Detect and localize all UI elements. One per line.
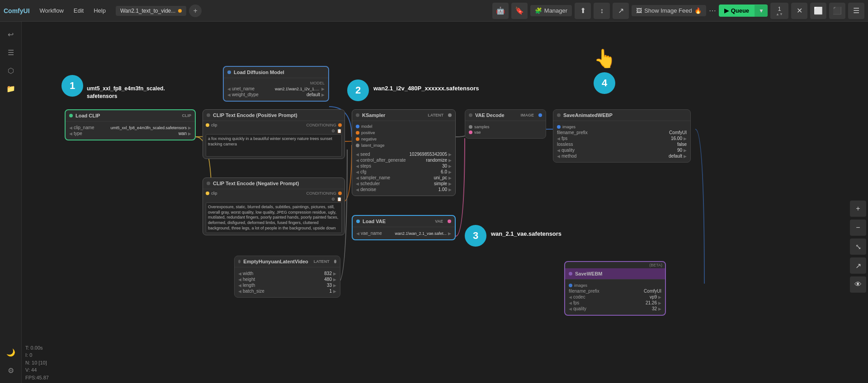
sched-arrow-r[interactable]: ▶ [448,182,452,186]
manager-button[interactable]: 🧩 Manager [530,5,572,16]
steps-arrow-r[interactable]: ▶ [448,164,452,168]
annotation-3: 3 [465,225,486,247]
tab-modified-dot [178,9,182,13]
node-load-diffusion: Load Diffusion Model MODEL ◀ unet_name w… [223,66,329,102]
download-icon-btn[interactable]: ↕ [594,3,610,19]
method-value: default [669,154,682,159]
conditioning-port-positive [338,123,342,127]
queue-count[interactable]: 1 ▲▼ [770,3,788,19]
clip-name-label: clip_name [74,125,109,130]
menu-workflow[interactable]: Workflow [36,5,67,16]
vae-name-row: ◀ vae_name wan2.1\wan_2.1_vae.safet... ▶ [356,231,451,236]
node-title-save-webm: SaveWEBM [575,271,603,276]
sched-arrow-l[interactable]: ◀ [356,182,359,186]
queue-run[interactable]: ▶ Queue [719,5,755,17]
negative-prompt-text[interactable]: Overexposure, static, blurred details, s… [206,202,342,233]
clipname-arrow-left[interactable]: ◀ [69,126,72,130]
annotation-2: 2 [347,79,369,101]
clip-name-value: umt5_xxl_fp8_e4m3fn_scaled.safetensors [110,126,187,130]
clipname-arrow-right[interactable]: ▶ [188,126,191,130]
cfg-arrow-r[interactable]: ▶ [448,170,452,174]
sidebar-history-icon[interactable]: ↩ [3,26,19,42]
show-image-feed-button[interactable]: 🖼 Show Image Feed 🔥 [632,5,706,16]
negative-port-ksamp [356,137,359,141]
sampler-row: ◀ sampler_name uni_pc ▶ [356,175,452,180]
seed-arrow-r[interactable]: ▶ [448,152,452,157]
cag-arrow-l[interactable]: ◀ [356,158,359,163]
weight-arrow-right[interactable]: ▶ [321,93,325,97]
manager-icon: 🧩 [535,7,542,14]
annotation-1-label: umt5_xxl_fp8_e4m3fn_scaled.safetensors [87,85,165,100]
canvas-send-btn[interactable]: ↗ [850,257,866,274]
menu-btn[interactable]: ☰ [848,3,864,19]
webm-codec-row: ◀ codec vp9 ▶ [569,294,661,299]
cag-value: randomize [426,158,447,163]
canvas-fit-btn[interactable]: ⤡ [850,238,866,255]
share-icon-btn[interactable]: ↗ [613,3,629,19]
sampler-value: uni_pc [434,175,447,180]
cliptype-arrow-left[interactable]: ◀ [69,131,72,136]
webm-fps-value: 21.26 [646,300,657,305]
cag-arrow-r[interactable]: ▶ [448,158,452,163]
unet-arrow-left[interactable]: ◀ [227,87,231,91]
node-save-webm-beta: (BETA) SaveWEBM images filename_prefix C… [564,261,666,316]
model-icon-btn[interactable]: 🤖 [492,3,509,19]
sampler-arrow-r[interactable]: ▶ [448,176,452,180]
unet-arrow-right[interactable]: ▶ [321,87,325,91]
cfg-arrow-l[interactable]: ◀ [356,170,359,174]
weight-dtype-row: ◀ weight_dtype default ▶ [227,92,325,97]
active-tab[interactable]: Wan2.1_text_to_vide... [116,6,186,16]
node-header-clip-positive: CLIP Text Encode (Positive Prompt) [203,110,344,121]
batch-size-value: 1 [329,289,332,294]
upload-icon-btn[interactable]: ⬆ [575,3,591,19]
canvas-zoom-out-btn[interactable]: − [850,220,866,236]
annotation-1: 1 [61,75,83,97]
webm-filename-row: filename_prefix ComfyUI [569,289,661,294]
images-port-webp [557,125,561,129]
sidebar-nodes-icon[interactable]: ☰ [3,44,19,61]
seed-arrow-l[interactable]: ◀ [356,152,359,157]
more-options-icon[interactable]: ⋯ [709,6,716,15]
weight-arrow-left[interactable]: ◀ [227,93,231,97]
sidebar-settings-icon[interactable]: ⚙ [3,362,19,378]
collapse-window-btn[interactable]: ⬜ [810,3,826,19]
positive-prompt-text[interactable]: a fox moving quickly in a beautiful wint… [206,134,342,157]
bookmark-icon-btn[interactable]: 🔖 [511,3,528,19]
sidebar-3d-icon[interactable]: ⬡ [3,62,19,79]
clip-type-value: wan [179,131,187,136]
close-window-btn[interactable]: ✕ [791,3,807,19]
node-save-webp: SaveAnimatedWEBP images filename_prefix … [553,109,691,163]
queue-label: Queue [731,7,749,14]
node-title-ksamp: KSampler [362,112,385,118]
queue-button[interactable]: ▶ Queue ▼ [719,5,768,17]
webm-codec-value: vp9 [650,294,657,299]
conditioning-label-negative: CONDITIONING [307,191,337,196]
cliptype-arrow-right[interactable]: ▶ [188,131,191,136]
denoise-arrow-r[interactable]: ▶ [448,187,452,192]
weight-dtype-label: weight_dtype [232,92,305,97]
canvas-zoom-in-btn[interactable]: + [850,201,866,217]
sampler-arrow-l[interactable]: ◀ [356,176,359,180]
webm-filename-value: ComfyUI [644,289,661,294]
positive-port-ksamp [356,131,359,135]
samples-port [469,125,472,129]
conditioning-port-negative [338,192,342,195]
queue-dropdown[interactable]: ▼ [755,5,768,17]
topbar: ComfyUI Workflow Edit Help Wan2.1_text_t… [0,0,868,22]
vae-label-tag: VAE [435,219,443,224]
split-window-btn[interactable]: ⬛ [829,3,845,19]
clip-name-row: ◀ clip_name umt5_xxl_fp8_e4m3fn_scaled.s… [69,125,191,130]
steps-arrow-l[interactable]: ◀ [356,164,359,168]
sidebar-moon-icon[interactable]: 🌙 [3,344,19,360]
menu-help[interactable]: Help [90,5,109,16]
add-tab-button[interactable]: + [189,5,202,17]
control-after-row: ◀ control_after_generate randomize ▶ [356,158,452,163]
clip-type-label: type [74,131,177,136]
cfg-value: 6.0 [441,169,447,174]
denoise-arrow-l[interactable]: ◀ [356,187,359,192]
sidebar-folder-icon[interactable]: 📁 [3,80,19,97]
menu-edit[interactable]: Edit [70,5,87,16]
canvas-view-btn[interactable]: 👁 [850,276,866,293]
node-header-empty-latent: EmptyHunyuanLatentVideo LATENT [235,256,340,267]
height-row: ◀ height 480 ▶ [238,277,336,282]
